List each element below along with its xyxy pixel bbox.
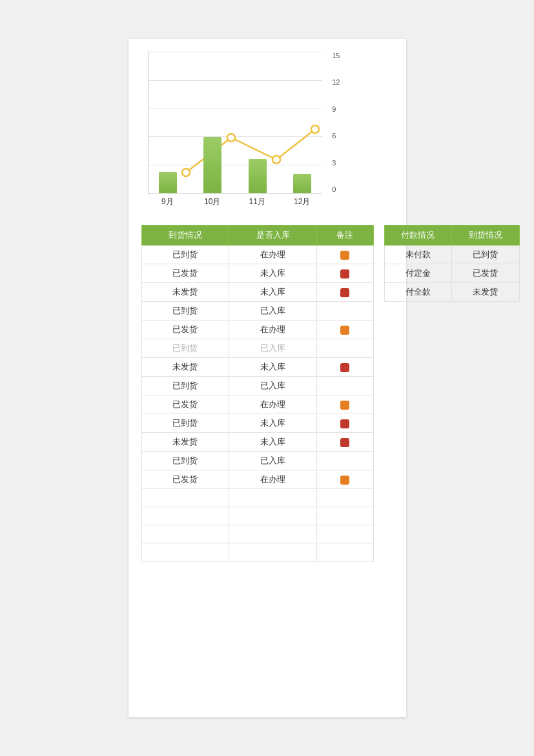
table-row: 未发货未入库 [141,283,373,302]
cell-note [317,302,373,320]
legend-row: 付定金已发货 [384,264,519,283]
table-row: 已到货已入库 [141,302,373,320]
cell-note [317,414,373,433]
cell-storage [229,525,317,543]
cell-arrival [141,543,229,562]
cell-storage: 已入库 [229,377,317,395]
cell-arrival: 已到货 [141,452,229,470]
x-label-oct: 10月 [199,196,226,207]
cell-arrival: 已到货 [141,246,229,264]
cell-note [317,358,373,377]
yellow-dot-icon [340,476,349,485]
yellow-dot-icon [340,326,349,335]
cell-arrival: 已到货 [141,302,229,320]
cell-storage: 未入库 [229,283,317,302]
red-dot-icon [340,363,349,372]
legend-row: 未付款已到货 [384,246,519,264]
grid-line-5 [149,193,322,194]
cell-storage: 已入库 [229,452,317,470]
legend-row: 付全款未发货 [384,283,519,302]
cell-note [317,507,373,525]
cell-arrival: 已到货 [141,414,229,433]
cell-note [317,246,373,264]
y-label-9: 9 [332,105,340,113]
table-row [141,507,373,525]
table-row: 已到货已入库 [141,452,373,470]
table-row: 未发货未入库 [141,433,373,452]
cell-storage: 未入库 [229,433,317,452]
table-row: 已发货未入库 [141,264,373,283]
main-header-col3: 备注 [317,226,373,246]
cell-storage: 未入库 [229,264,317,283]
bar-sep [155,172,181,193]
y-label-3: 3 [332,159,340,167]
yellow-dot-icon [340,401,349,410]
cell-arrival [141,489,229,507]
y-label-0: 0 [332,185,340,193]
x-label-sep: 9月 [154,196,181,207]
table-row [141,525,373,543]
main-header-col2: 是否入库 [229,226,317,246]
cell-storage [229,489,317,507]
y-label-6: 6 [332,132,340,140]
cell-storage: 已入库 [229,302,317,320]
x-label-dec: 12月 [289,196,316,207]
bar-dec [289,174,315,193]
table-row: 已发货在办理 [141,320,373,339]
y-label-12: 12 [332,78,340,86]
bar-oct [203,137,221,193]
cell-storage [229,507,317,525]
legend-payment: 付定金 [384,264,452,283]
cell-arrival: 已发货 [141,320,229,339]
cell-arrival: 未发货 [141,358,229,377]
bar-nov [244,159,271,193]
cell-note [317,395,373,414]
cell-note [317,452,373,470]
table-row: 已到货已入库 [141,339,373,358]
cell-arrival: 已发货 [141,264,229,283]
cell-arrival: 未发货 [141,283,229,302]
cell-note [317,433,373,452]
bar-chart: 15 12 9 6 3 0 [148,52,322,194]
cell-note [317,377,373,395]
bar-dec [293,174,311,193]
table-row [141,543,373,562]
cell-storage [229,543,317,562]
cell-storage: 未入库 [229,358,317,377]
y-label-15: 15 [332,52,340,59]
cell-arrival [141,525,229,543]
table-row: 未发货未入库 [141,358,373,377]
table-row: 已发货在办理 [141,470,373,489]
cell-note [317,283,373,302]
y-axis-labels: 15 12 9 6 3 0 [332,52,340,193]
cell-arrival: 已发货 [141,395,229,414]
cell-arrival: 未发货 [141,433,229,452]
cell-arrival: 已到货 [141,339,229,358]
legend-table: 付款情况 到货情况 未付款已到货付定金已发货付全款未发货 [384,225,520,302]
table-row: 已发货在办理 [141,395,373,414]
main-table: 到货情况 是否入库 备注 已到货在办理已发货未入库未发货未入库已到货已入库已发货… [141,225,374,562]
tables-row: 到货情况 是否入库 备注 已到货在办理已发货未入库未发货未入库已到货已入库已发货… [141,225,393,562]
red-dot-icon [340,438,349,447]
table-row: 已到货已入库 [141,377,373,395]
main-table-wrap: 到货情况 是否入库 备注 已到货在办理已发货未入库未发货未入库已到货已入库已发货… [141,225,374,562]
cell-storage: 已入库 [229,339,317,358]
table-row: 已到货在办理 [141,246,373,264]
cell-storage: 在办理 [229,470,317,489]
cell-arrival: 已发货 [141,470,229,489]
x-label-nov: 11月 [244,196,271,207]
legend-arrival: 未发货 [452,283,520,302]
yellow-dot-icon [340,251,349,260]
cell-storage: 在办理 [229,320,317,339]
cell-note [317,264,373,283]
cell-note [317,543,373,562]
cell-note [317,489,373,507]
cell-note [317,470,373,489]
bars-group [149,52,322,193]
legend-payment: 付全款 [384,283,452,302]
table-row: 已到货未入库 [141,414,373,433]
bar-nov [249,159,267,193]
x-axis-labels: 9月 10月 11月 12月 [148,196,322,207]
red-dot-icon [340,269,349,278]
red-dot-icon [340,288,349,297]
